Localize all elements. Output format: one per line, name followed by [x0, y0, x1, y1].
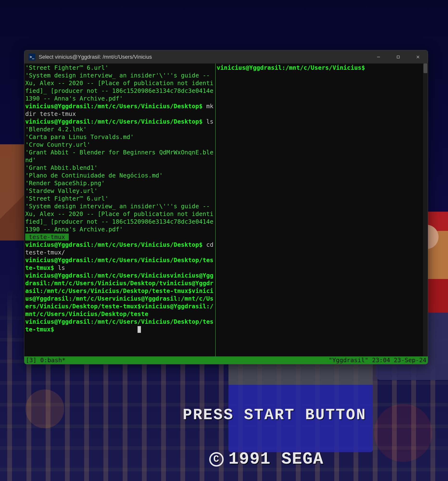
copyright-label: 1991 SEGA [228, 450, 324, 469]
ls-entry: 'Carta para Linus Torvalds.md' [25, 134, 134, 140]
shell-prompt: vinicius@Yggdrasil:/mnt/c/Users/Vinicius… [217, 64, 365, 71]
shell-output: vinicius@Yggdrasil:/mnt/c/Users/Vinicius… [25, 272, 214, 317]
terminal-cursor [138, 326, 141, 333]
powershell-icon: >_ [29, 54, 35, 60]
close-button[interactable] [408, 50, 428, 63]
tmux-status-bar: [3] 0:bash* "Yggdrasil" 23:04 23-Sep-24 [24, 356, 428, 364]
ls-entry: 'Blender 4.2.lnk' [25, 126, 87, 133]
maximize-button[interactable] [388, 50, 408, 63]
ls-entry: 'Plano de Continuidade de Negócios.md' [25, 172, 163, 179]
tmux-status-left: [3] 0:bash* [26, 356, 329, 364]
ls-entry: 'Street Fighter™ 6.url' [25, 195, 108, 202]
ls-entry: 'Render SpaceShip.png' [25, 180, 105, 187]
svg-rect-1 [397, 56, 399, 58]
terminal-window[interactable]: >_ Select vinicius@Yggdrasil: /mnt/c/Use… [24, 50, 428, 364]
scrollbar-thumb[interactable] [424, 63, 427, 73]
window-titlebar[interactable]: >_ Select vinicius@Yggdrasil: /mnt/c/Use… [24, 50, 428, 63]
shell-prompt: vinicius@Yggdrasil:/mnt/c/Users/Vinicius… [25, 118, 203, 125]
tmux-status-right: "Yggdrasil" 23:04 23-Sep-24 [329, 356, 426, 364]
ls-entry: 'Grant Abbit - Blender for Beginners QdM… [25, 149, 214, 164]
shell-prompt: vinicius@Yggdrasil:/mnt/c/Users/Vinicius… [25, 318, 214, 333]
ls-entry: 'Stardew Valley.url' [25, 187, 98, 194]
terminal-body[interactable]: 'Street Fighter™ 6.url' 'System design i… [24, 63, 428, 356]
ls-entry-directory: teste-tmux [25, 233, 69, 240]
minimize-button[interactable] [369, 50, 388, 63]
ls-entry: 'System design interview_ an insider'\''… [25, 203, 214, 233]
window-title: Select vinicius@Yggdrasil: /mnt/c/Users/… [39, 54, 152, 60]
ls-entry: 'Street Fighter™ 6.url' [25, 64, 108, 71]
terminal-scrollbar[interactable] [423, 63, 428, 356]
tmux-pane-left[interactable]: 'Street Fighter™ 6.url' 'System design i… [24, 63, 216, 356]
wallpaper-character-middle [228, 356, 373, 452]
press-start-text: PRESS START BUTTON [183, 406, 366, 424]
shell-prompt: vinicius@Yggdrasil:/mnt/c/Users/Vinicius… [25, 103, 203, 110]
shell-command: ls [54, 264, 65, 271]
copyright-icon: C [209, 452, 224, 466]
shell-prompt: vinicius@Yggdrasil:/mnt/c/Users/Vinicius… [25, 257, 214, 271]
ls-entry: 'System design interview_ an insider'\''… [25, 72, 214, 102]
ls-entry: 'Crow Country.url' [25, 141, 90, 148]
ls-entry: 'Grant Abbit.blend1' [25, 164, 98, 171]
shell-prompt: vinicius@Yggdrasil:/mnt/c/Users/Vinicius… [25, 241, 203, 248]
tmux-pane-right[interactable]: vinicius@Yggdrasil:/mnt/c/Users/Vinicius… [216, 63, 423, 356]
shell-command: ls [203, 118, 214, 125]
copyright-text: C 1991 SEGA [209, 450, 324, 469]
